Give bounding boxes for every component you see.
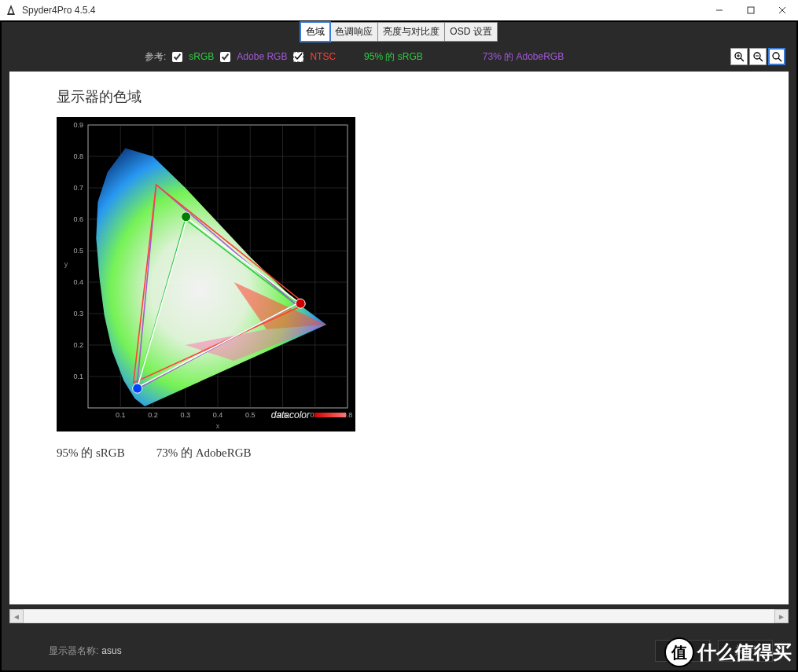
result-adobe-rgb: 73% 的 AdobeRGB (156, 446, 252, 461)
tab-brightness-contrast[interactable]: 亮度与对比度 (378, 22, 445, 42)
svg-line-12 (778, 58, 781, 61)
coverage-adobe-rgb: 73% 的 AdobeRGB (483, 50, 564, 64)
result-srgb: 95% 的 sRGB (57, 446, 125, 461)
monitor-name-value: asus (101, 645, 121, 656)
window-minimize-button[interactable] (704, 0, 735, 20)
tab-osd-settings[interactable]: OSD 设置 (445, 22, 497, 42)
svg-text:0.6: 0.6 (73, 215, 83, 223)
scroll-left-button[interactable]: ◄ (9, 609, 24, 623)
svg-text:y: y (64, 260, 68, 268)
reference-label: 参考: (145, 50, 166, 64)
window-titlebar: Spyder4Pro 4.5.4 (0, 0, 798, 20)
reference-bar: 参考: sRGB Adobe RGB NTSC 95% 的 sRGB 73% 的… (2, 42, 796, 72)
tab-tone-response[interactable]: 色调响应 (330, 22, 378, 42)
close-button[interactable]: 关闭 (718, 640, 773, 662)
gamut-chart: 0.10.20.30.40.50.60.70.80.10.20.30.40.50… (57, 117, 355, 431)
svg-text:0.3: 0.3 (73, 310, 83, 318)
ref-adobe-rgb-label: Adobe RGB (237, 51, 287, 62)
svg-text:0.9: 0.9 (73, 121, 83, 129)
ref-ntsc-label: NTSC (310, 51, 336, 62)
zoom-out-button[interactable] (749, 48, 767, 65)
svg-text:0.1: 0.1 (73, 373, 83, 380)
scroll-right-button[interactable]: ► (774, 609, 789, 623)
svg-line-9 (759, 58, 763, 61)
monitor-name-label: 显示器名称: (49, 644, 98, 658)
app-icon (5, 4, 17, 17)
window-close-button[interactable] (767, 0, 798, 20)
svg-text:0.8: 0.8 (73, 152, 83, 160)
content-canvas: 显示器的色域 0.10.20.30.40.50.60.70.80.10.20.3… (9, 72, 789, 604)
svg-rect-1 (748, 7, 754, 13)
zoom-fit-button[interactable] (768, 48, 785, 65)
window-title: Spyder4Pro 4.5.4 (22, 5, 704, 16)
coverage-srgb: 95% 的 sRGB (364, 50, 423, 64)
svg-text:0.1: 0.1 (116, 411, 126, 419)
svg-text:0.2: 0.2 (73, 341, 83, 349)
svg-text:0.5: 0.5 (245, 411, 256, 419)
svg-line-5 (741, 58, 744, 61)
horizontal-scrollbar[interactable]: ◄ ► (9, 609, 789, 623)
footer-bar: 显示器名称: asus 打印 关闭 (2, 631, 796, 670)
svg-text:0.4: 0.4 (213, 411, 223, 419)
svg-point-52 (133, 384, 142, 393)
svg-text:0.5: 0.5 (73, 247, 83, 255)
svg-text:0.3: 0.3 (180, 411, 190, 419)
window-maximize-button[interactable] (735, 0, 767, 20)
svg-point-11 (773, 53, 779, 59)
page-title: 显示器的色域 (57, 87, 741, 106)
svg-point-50 (296, 299, 305, 308)
svg-point-51 (182, 212, 191, 222)
zoom-in-button[interactable] (730, 48, 748, 65)
svg-text:x: x (216, 422, 220, 430)
print-button[interactable]: 打印 (655, 640, 710, 662)
ref-srgb-label: sRGB (189, 51, 214, 62)
svg-text:0.2: 0.2 (148, 411, 158, 419)
checkbox-ntsc[interactable] (293, 52, 303, 62)
checkbox-adobe-rgb[interactable] (220, 52, 230, 62)
tab-strip: 色域 色调响应 亮度与对比度 OSD 设置 (2, 22, 796, 42)
checkbox-srgb[interactable] (172, 52, 182, 62)
brand-watermark: datacolor (271, 409, 346, 420)
svg-text:0.4: 0.4 (73, 278, 83, 286)
svg-text:0.7: 0.7 (73, 184, 83, 192)
tab-gamut[interactable]: 色域 (300, 22, 330, 42)
